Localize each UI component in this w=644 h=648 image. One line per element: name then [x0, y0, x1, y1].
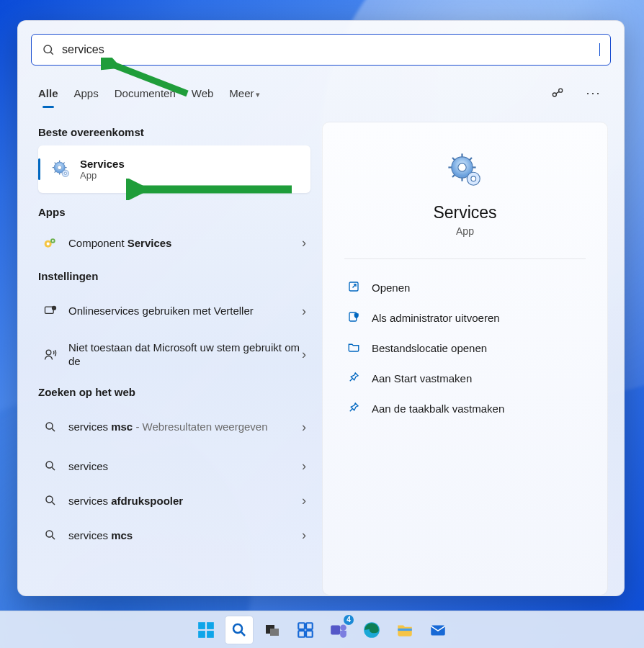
tab-web[interactable]: Web — [192, 83, 214, 104]
search-icon — [43, 458, 58, 474]
action-pin-start[interactable]: Aan Start vastmaken — [344, 363, 586, 393]
action-pin-taskbar[interactable]: Aan de taakbalk vastmaken — [344, 393, 586, 423]
svg-point-27 — [46, 496, 53, 503]
svg-point-25 — [46, 462, 53, 468]
result-label: services — [68, 460, 302, 472]
filter-tabs: Alle Apps Documenten Web Meer▾ ··· — [38, 78, 604, 107]
svg-rect-50 — [207, 631, 214, 638]
result-label: services mcs — [68, 529, 302, 541]
svg-line-28 — [52, 502, 55, 505]
chevron-right-icon: › — [302, 493, 306, 508]
tab-apps[interactable]: Apps — [74, 83, 99, 104]
svg-line-52 — [241, 632, 245, 636]
results-column: Beste overeenkomst Services App Apps — [31, 122, 315, 595]
action-open[interactable]: Openen — [344, 272, 586, 302]
taskbar-edge[interactable] — [358, 616, 385, 644]
search-icon — [42, 43, 55, 56]
search-field[interactable] — [31, 34, 611, 66]
tab-documenten[interactable]: Documenten — [115, 83, 176, 104]
search-input[interactable] — [62, 43, 592, 56]
result-web-services[interactable]: services › — [38, 449, 310, 483]
svg-point-40 — [457, 163, 465, 171]
svg-point-17 — [47, 243, 50, 246]
taskbar: 4 — [0, 611, 644, 648]
svg-rect-57 — [298, 631, 305, 637]
svg-line-11 — [55, 171, 56, 173]
action-admin[interactable]: Als administrator uitvoeren — [344, 302, 586, 333]
taskbar-start[interactable] — [192, 616, 220, 644]
svg-line-38 — [452, 175, 455, 177]
folder-icon — [347, 341, 362, 355]
more-icon[interactable]: ··· — [583, 83, 604, 103]
chevron-right-icon: › — [302, 235, 306, 251]
svg-rect-58 — [306, 631, 313, 637]
tab-alle[interactable]: Alle — [38, 83, 58, 104]
open-icon — [347, 280, 362, 294]
result-label: services afdrukspooler — [68, 495, 302, 507]
device-icon — [43, 303, 58, 319]
action-label: Als administrator uitvoeren — [372, 312, 500, 324]
shield-icon — [347, 310, 362, 325]
result-label: Component Services — [68, 237, 302, 249]
component-services-icon — [43, 235, 58, 251]
chevron-right-icon: › — [302, 420, 306, 435]
action-label: Aan Start vastmaken — [372, 372, 472, 384]
action-label: Bestandslocatie openen — [372, 342, 487, 354]
result-component-services[interactable]: Component Services › — [38, 225, 310, 260]
taskbar-search[interactable] — [225, 616, 253, 644]
svg-rect-55 — [298, 623, 305, 629]
best-match-title: Services — [80, 158, 125, 170]
taskbar-teams[interactable]: 4 — [325, 616, 352, 644]
chevron-right-icon: › — [302, 528, 306, 543]
svg-point-21 — [53, 306, 56, 310]
svg-line-9 — [55, 163, 56, 164]
taskbar-mail[interactable] — [424, 616, 452, 644]
action-label: Aan de taakbalk vastmaken — [372, 402, 504, 415]
svg-line-1 — [50, 52, 53, 54]
detail-sub: App — [344, 225, 586, 237]
svg-point-51 — [233, 624, 242, 633]
svg-line-26 — [52, 467, 55, 470]
svg-rect-59 — [331, 625, 340, 634]
chevron-right-icon: › — [302, 347, 306, 362]
svg-point-19 — [52, 240, 54, 242]
svg-line-24 — [52, 428, 55, 431]
svg-rect-54 — [270, 629, 279, 636]
result-setting-voice[interactable]: Niet toestaan dat Microsoft uw stem gebr… — [38, 333, 310, 376]
section-best-match: Beste overeenkomst — [38, 126, 310, 138]
svg-point-3 — [559, 89, 563, 92]
svg-line-36 — [452, 158, 455, 160]
svg-point-15 — [64, 172, 67, 175]
chevron-right-icon: › — [302, 459, 306, 474]
result-label: Niet toestaan dat Microsoft uw stem gebr… — [68, 341, 302, 369]
pin-icon — [347, 371, 362, 385]
result-label: services msc - Webresultaten weergeven — [68, 420, 302, 434]
connect-icon[interactable] — [547, 83, 568, 103]
svg-point-0 — [44, 45, 52, 53]
svg-rect-48 — [207, 622, 214, 629]
section-apps: Apps — [38, 206, 310, 218]
svg-point-29 — [46, 531, 53, 537]
tab-meer-label: Meer — [229, 87, 254, 99]
teams-badge: 4 — [344, 615, 354, 625]
action-location[interactable]: Bestandslocatie openen — [344, 333, 586, 363]
svg-line-30 — [52, 536, 55, 539]
tab-meer[interactable]: Meer▾ — [229, 83, 259, 104]
result-web-msc[interactable]: services msc - Webresultaten weergeven › — [38, 405, 310, 449]
search-icon — [43, 492, 58, 508]
result-web-afdrukspooler[interactable]: services afdrukspooler › — [38, 483, 310, 518]
taskbar-explorer[interactable] — [391, 616, 419, 644]
taskbar-widgets[interactable] — [292, 616, 319, 644]
result-web-mcs[interactable]: services mcs › — [38, 518, 310, 552]
search-panel: Alle Apps Documenten Web Meer▾ ··· Beste… — [17, 20, 625, 596]
best-match-item[interactable]: Services App — [38, 145, 310, 193]
taskbar-taskview[interactable] — [259, 616, 286, 644]
action-label: Openen — [372, 282, 410, 294]
svg-point-13 — [58, 166, 62, 170]
services-app-icon — [51, 159, 71, 179]
svg-rect-62 — [398, 628, 412, 630]
result-setting-narrator[interactable]: Onlineservices gebruiken met Verteller › — [38, 289, 310, 333]
chevron-down-icon: ▾ — [256, 90, 260, 99]
svg-line-12 — [63, 163, 65, 164]
svg-line-39 — [469, 158, 471, 160]
